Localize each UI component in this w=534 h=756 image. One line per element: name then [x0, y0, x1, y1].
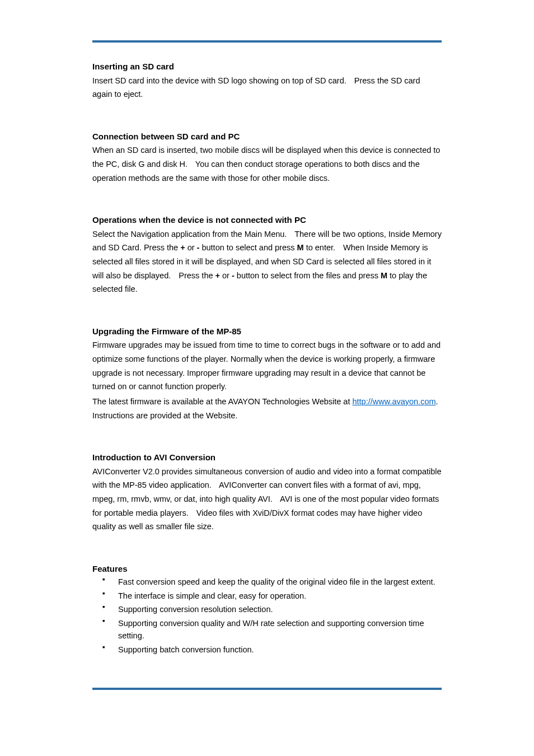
- body-text: Insert SD card into the device with SD l…: [92, 74, 442, 101]
- bold-plus: +: [180, 243, 185, 252]
- text: Select the Navigation application from t…: [92, 230, 287, 239]
- list-item: Supporting batch conversion function.: [92, 643, 442, 656]
- text: Press the: [179, 271, 215, 280]
- heading-avi-conversion: Introduction to AVI Conversion: [92, 450, 442, 465]
- body-text: When an SD card is inserted, two mobile …: [92, 143, 442, 185]
- heading-connection-sd-pc: Connection between SD card and PC: [92, 129, 442, 144]
- bold-m: M: [381, 271, 387, 280]
- document-page: Inserting an SD card Insert SD card into…: [0, 0, 534, 656]
- text: or: [220, 271, 232, 280]
- text: or: [185, 243, 197, 252]
- features-list: Fast conversion speed and keep the quali…: [92, 576, 442, 656]
- text: The latest firmware is available at the …: [92, 397, 353, 406]
- heading-features: Features: [92, 562, 442, 576]
- bottom-divider: [92, 688, 442, 690]
- heading-operations-no-pc: Operations when the device is not connec…: [92, 213, 442, 227]
- text: button to select and press: [199, 243, 297, 252]
- list-item: Supporting conversion resolution selecti…: [92, 603, 442, 615]
- text: button to select from the files and pres…: [235, 271, 381, 280]
- text: to enter.: [304, 243, 335, 252]
- list-item: Supporting conversion quality and W/H ra…: [92, 617, 442, 642]
- list-item: The interface is simple and clear, easy …: [92, 590, 442, 602]
- body-text: AVIConverter V2.0 provides simultaneous …: [92, 465, 442, 534]
- body-text: Select the Navigation application from t…: [92, 227, 442, 296]
- heading-upgrading-firmware: Upgrading the Firmware of the MP-85: [92, 324, 442, 339]
- top-divider: [92, 40, 442, 43]
- bold-plus: +: [216, 271, 220, 280]
- bold-m: M: [297, 243, 304, 252]
- heading-inserting-sd: Inserting an SD card: [92, 59, 442, 74]
- text: Insert SD card into the device with SD l…: [92, 76, 346, 85]
- body-text: The latest firmware is available at the …: [92, 395, 442, 422]
- firmware-link[interactable]: http://www.avayon.com: [353, 397, 436, 406]
- body-text: Firmware upgrades may be issued from tim…: [92, 338, 442, 394]
- list-item: Fast conversion speed and keep the quali…: [92, 576, 442, 588]
